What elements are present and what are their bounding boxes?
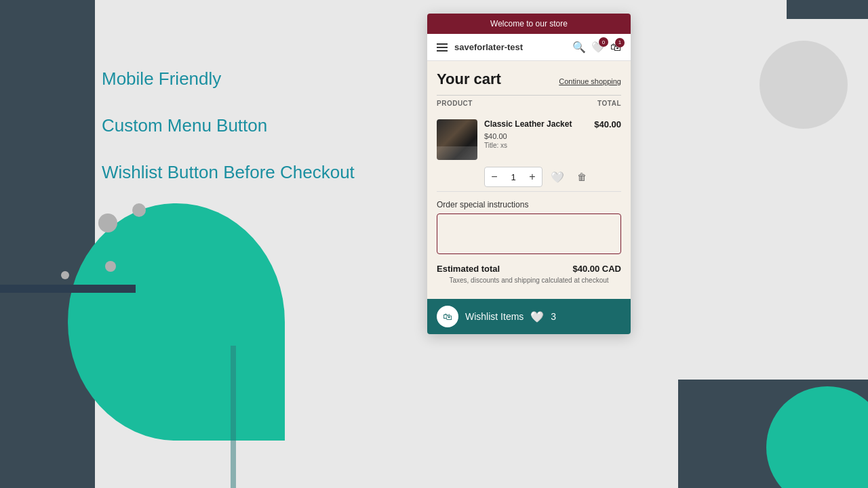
product-column-header: PRODUCT [437,100,473,107]
bg-circle-1 [98,214,117,232]
wishlist-bar-label: Wishlist Items [465,311,524,322]
cart-title-row: Your cart Continue shopping [437,70,621,88]
taxes-note: Taxes, discounts and shipping calculated… [437,277,621,284]
wishlist-button[interactable]: 🤍 0 [591,41,605,54]
header-left: saveforlater-test [437,42,523,52]
instructions-textarea[interactable] [437,214,621,254]
feature-1: Mobile Friendly [102,68,420,91]
cart-title: Your cart [437,70,501,88]
instructions-section: Order special instructions [437,200,621,257]
hamburger-icon[interactable] [437,43,448,52]
cart-item: Classic Leather Jacket $40.00 Title: xs … [437,115,621,192]
cart-columns: PRODUCT TOTAL [437,95,621,110]
item-controls: − 1 + 🤍 🗑 [437,167,621,187]
instructions-label: Order special instructions [437,200,621,209]
wishlist-heart-icon: 🤍 [530,310,544,323]
total-column-header: TOTAL [597,100,621,107]
estimated-total-label: Estimated total [437,264,500,274]
bg-right-dark-top [827,0,868,19]
bg-right-bar [787,0,827,19]
remove-item-button[interactable]: 🗑 [572,167,591,186]
item-total: $40.00 [594,119,621,129]
wishlist-bar[interactable]: 🛍 Wishlist Items 🤍 3 [427,299,631,334]
item-details: Classic Leather Jacket $40.00 Title: xs [484,119,587,149]
bg-teal-shape [68,203,285,441]
estimated-total-row: Estimated total $40.00 CAD [437,264,621,274]
cart-badge: 1 [615,38,625,47]
feature-3: Wishlist Button Before Checkout [102,161,420,184]
item-variant: Title: xs [484,142,587,149]
bg-circle-3 [105,261,116,272]
shopify-logo-icon: 🛍 [437,306,458,327]
bg-vertical-bar [231,346,236,488]
cart-modal: Welcome to our store saveforlater-test 🔍… [427,14,631,334]
store-banner-text: Welcome to our store [490,19,568,28]
continue-shopping-link[interactable]: Continue shopping [559,77,621,85]
bg-circle-4 [61,271,69,279]
search-button[interactable]: 🔍 [572,41,586,54]
item-name: Classic Leather Jacket [484,119,587,130]
header-icons: 🔍 🤍 0 🛍 1 [572,41,621,54]
bg-horizontal-bar [0,285,136,293]
quantity-value: 1 [504,172,523,182]
feature-2: Custom Menu Button [102,115,420,138]
item-top: Classic Leather Jacket $40.00 Title: xs … [437,119,621,160]
left-panel: Mobile Friendly Custom Menu Button Wishl… [102,68,420,207]
increase-quantity-button[interactable]: + [523,167,542,186]
product-image [437,119,477,160]
store-name: saveforlater-test [454,42,523,52]
quantity-stepper: − 1 + [484,167,542,187]
save-for-later-button[interactable]: 🤍 [548,167,567,186]
cart-header: saveforlater-test 🔍 🤍 0 🛍 1 [427,34,631,61]
estimated-total-value: $40.00 CAD [572,264,621,274]
cart-body: Your cart Continue shopping PRODUCT TOTA… [427,61,631,299]
decrease-quantity-button[interactable]: − [485,167,504,186]
bg-right-grey-circle [760,41,848,129]
wishlist-count: 3 [551,311,556,322]
bg-left-dark [0,0,95,488]
store-banner: Welcome to our store [427,14,631,34]
wishlist-badge: 0 [599,37,608,47]
cart-button[interactable]: 🛍 1 [610,41,621,54]
item-price: $40.00 [484,132,587,140]
